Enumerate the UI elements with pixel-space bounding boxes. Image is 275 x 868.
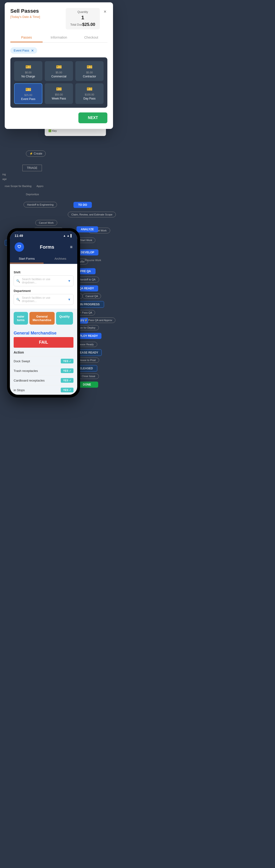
shift-search-box[interactable]: 🔍 Search facilities or use dropdown... ▼ <box>13 275 74 286</box>
pass-icon: 🎫 <box>17 87 40 92</box>
modal-tabs: Passes Information Checkout <box>10 33 107 42</box>
phone-status-icons: ▲ ▲ ▌ <box>63 234 73 237</box>
shift-placeholder: Search facilities or use dropdown... <box>22 278 66 284</box>
pass-price: $0.00 <box>16 71 40 74</box>
tab-passes[interactable]: Passes <box>10 33 43 42</box>
category-tabs: ealerturns GeneralMerchandise Quality <box>13 312 74 324</box>
pass-name: Week Pass <box>47 97 71 100</box>
yes-badge-cardboard-receptacles[interactable]: YES ✓ <box>61 378 74 383</box>
pass-card-commercial[interactable]: 🎫 $5.00 Commercial <box>45 61 73 81</box>
yes-badge-dock-swept[interactable]: YES ✓ <box>61 359 74 364</box>
yes-label: YES <box>63 379 68 382</box>
check-icon: ✓ <box>69 370 71 372</box>
wf-node-analyze[interactable]: ANALYZE <box>77 226 98 232</box>
total-due-value: $25.00 <box>82 22 95 27</box>
phone-time: 11:49 <box>15 234 23 238</box>
department-label: Department <box>13 289 74 292</box>
wifi-icon: ▲ <box>67 234 70 237</box>
yes-label: YES <box>63 389 68 392</box>
modal-title-section: Sell Passes [Today's Date & Time] <box>10 8 40 19</box>
tab-start-forms[interactable]: Start Forms <box>10 254 44 264</box>
pass-price: $25.00 <box>17 94 40 96</box>
pass-card-week-pass[interactable]: 🎫 $50.00 Week Pass <box>45 83 73 104</box>
action-label: Action <box>10 350 77 356</box>
cat-tab-general-merchandise[interactable]: GeneralMerchandise <box>29 312 55 324</box>
shift-dropdown-arrow-icon: ▼ <box>67 279 71 283</box>
battery-icon: ▌ <box>71 234 73 237</box>
hamburger-menu-icon[interactable]: ≡ <box>70 245 73 250</box>
remove-event-pass-button[interactable]: ✕ <box>31 49 34 52</box>
pass-price: $5.00 <box>77 71 102 74</box>
quantity-box: Quantity 1 Total Due $25.00 <box>66 8 100 29</box>
dept-dropdown-arrow-icon: ▼ <box>67 298 71 301</box>
quantity-label: Quantity <box>71 10 95 13</box>
wf-label-resume-work: Resume Work <box>85 259 101 261</box>
cat-tab-quality[interactable]: Quality <box>56 312 73 324</box>
pass-card-day-pass[interactable]: 🎫 $100.00 Day Pass <box>75 83 104 104</box>
phone-status-bar: 11:49 ▲ ▲ ▌ <box>10 231 77 240</box>
check-icon: ✓ <box>69 360 71 363</box>
pass-grid: 🎫 $0.00 No Charge 🎫 $5.00 Commercial 🎫 $… <box>10 57 107 108</box>
department-search-box[interactable]: 🔍 Search facilities or use dropdown... ▼ <box>13 294 74 305</box>
pass-icon: 🎫 <box>77 86 102 92</box>
wf-node-handoff-eng[interactable]: Handoff to Engineering <box>24 202 57 208</box>
wf-node-cancel-work-1[interactable]: Cancel Work <box>35 220 57 225</box>
tab-archives[interactable]: Archives <box>44 254 77 264</box>
check-icon: ✓ <box>69 379 71 382</box>
legend-label-6: Key <box>52 129 57 132</box>
pass-icon: 🎫 <box>47 86 71 92</box>
wf-node-triage[interactable]: TRIAGE <box>22 165 42 171</box>
pass-card-no-charge[interactable]: 🎫 $0.00 No Charge <box>14 61 43 81</box>
next-button[interactable]: NEXT <box>78 113 107 123</box>
action-label-dock-swept: Dock Swept <box>13 360 30 363</box>
shift-label: Shift <box>13 271 74 274</box>
wf-node-pass-qa-approve[interactable]: ⚡ Pass QA and Approv <box>81 317 115 323</box>
pass-card-contractor[interactable]: 🎫 $5.00 Contractor <box>75 61 104 81</box>
phone-tabs: Start Forms Archives <box>10 254 77 264</box>
pass-name: Day Pass <box>77 97 102 100</box>
tab-information[interactable]: Information <box>43 33 75 42</box>
phone-screen: 11:49 ▲ ▲ ▌ 🛡 Forms ≡ Start Forms Archiv… <box>10 231 77 395</box>
action-row-in-stops: in Stops YES ✓ <box>10 385 77 395</box>
pass-icon: 🎫 <box>77 64 102 70</box>
wf-label-backlog: rove Scope for Backlog <box>5 185 32 187</box>
wf-node-create[interactable]: ⚡ Create <box>26 151 46 157</box>
wf-node-claim[interactable]: Claim, Review, and Estimate Scope <box>68 212 116 217</box>
wf-label-ing: ing <box>2 173 6 176</box>
quantity-value: 1 <box>71 14 95 21</box>
sell-passes-modal: Sell Passes [Today's Date & Time] Quanti… <box>5 2 113 129</box>
legend-dot-6 <box>49 129 51 132</box>
wf-label-appro: Appro <box>36 185 43 187</box>
action-label-trash-receptacles: Trash receptacles <box>13 369 38 373</box>
pass-card-event-pass[interactable]: 🎫 $25.00 Event Pass <box>14 83 43 104</box>
wf-node-todo[interactable]: TO DO <box>74 202 92 208</box>
yes-badge-trash-receptacles[interactable]: YES ✓ <box>61 368 74 373</box>
action-label-cardboard-receptacles: Cardboard receptacles <box>13 379 45 382</box>
pass-icon: 🎫 <box>47 64 71 70</box>
pass-price: $5.00 <box>47 71 71 74</box>
signal-icon: ▲ <box>63 234 66 237</box>
action-row-cardboard-receptacles: Cardboard receptacles YES ✓ <box>10 375 77 385</box>
legend-item-6: Key <box>49 129 57 132</box>
pass-price: $50.00 <box>47 93 71 96</box>
cat-tab-dealer-returns[interactable]: ealerturns <box>13 312 28 324</box>
yes-label: YES <box>63 360 68 363</box>
pass-name: No Charge <box>16 75 40 78</box>
phone-container: 11:49 ▲ ▲ ▌ 🛡 Forms ≡ Start Forms Archiv… <box>7 228 80 398</box>
action-row-trash-receptacles: Trash receptacles YES ✓ <box>10 366 77 375</box>
fail-banner: FAIL <box>13 337 74 348</box>
yes-label: YES <box>63 369 68 372</box>
section-title: General Merchandise <box>10 328 77 337</box>
wf-label-age: age <box>2 178 7 180</box>
close-button[interactable]: × <box>103 8 107 15</box>
pass-name: Commercial <box>47 75 71 78</box>
total-due-row: Total Due $25.00 <box>71 22 95 27</box>
modal-title: Sell Passes <box>10 8 40 14</box>
action-row-dock-swept: Dock Swept YES ✓ <box>10 356 77 366</box>
dept-search-icon: 🔍 <box>16 298 20 301</box>
pass-name: Contractor <box>77 75 102 78</box>
modal-header: Sell Passes [Today's Date & Time] Quanti… <box>10 8 107 29</box>
wf-node-cancel-qa[interactable]: Cancel QA <box>82 293 101 299</box>
yes-badge-in-stops[interactable]: YES ✓ <box>61 388 74 392</box>
tab-checkout[interactable]: Checkout <box>75 33 107 42</box>
